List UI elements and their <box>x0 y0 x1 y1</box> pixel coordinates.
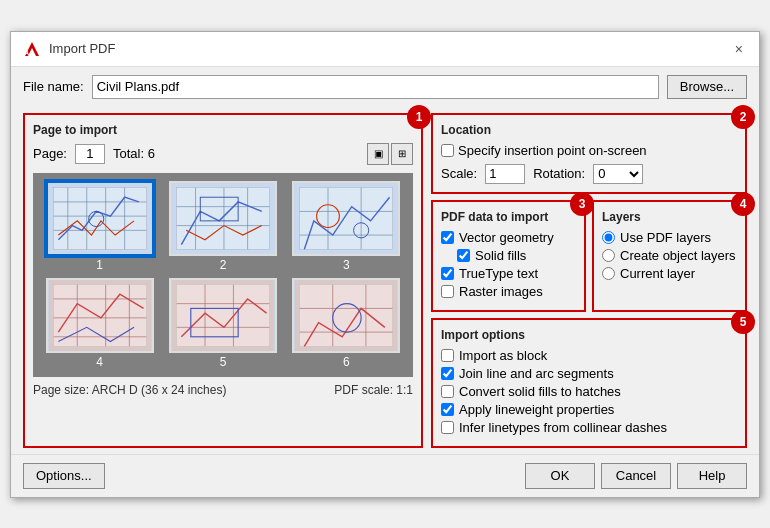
badge-1: 1 <box>407 105 431 129</box>
svg-rect-45 <box>300 284 393 346</box>
vector-geometry-checkbox[interactable] <box>441 231 454 244</box>
create-object-layers-row: Create object layers <box>602 248 737 263</box>
page-to-import-title: Page to import <box>33 123 413 137</box>
raster-images-label[interactable]: Raster images <box>459 284 543 299</box>
title-bar-left: A Import PDF <box>23 40 115 58</box>
use-pdf-layers-label[interactable]: Use PDF layers <box>620 230 711 245</box>
page-label: Page: <box>33 146 67 161</box>
total-label: Total: 6 <box>113 146 155 161</box>
current-layer-row: Current layer <box>602 266 737 281</box>
join-line-arc-label[interactable]: Join line and arc segments <box>459 366 614 381</box>
import-pdf-dialog: A Import PDF × File name: Browse... 1 Pa… <box>10 31 760 498</box>
svg-text:A: A <box>24 49 29 56</box>
use-pdf-layers-row: Use PDF layers <box>602 230 737 245</box>
layers-section: 4 Layers Use PDF layers Create object la… <box>592 200 747 312</box>
badge-4: 4 <box>731 192 755 216</box>
browse-button[interactable]: Browse... <box>667 75 747 99</box>
file-row: File name: Browse... <box>11 67 759 107</box>
convert-solid-fills-checkbox[interactable] <box>441 385 454 398</box>
thumbnail-label-2: 2 <box>220 258 227 272</box>
thumbnail-label-3: 3 <box>343 258 350 272</box>
specify-label[interactable]: Specify insertion point on-screen <box>458 143 647 158</box>
location-title: Location <box>441 123 737 137</box>
thumbnail-label-4: 4 <box>96 355 103 369</box>
thumbnail-img-3 <box>292 181 400 256</box>
rotation-select[interactable]: 0 90 180 270 <box>593 164 643 184</box>
raster-images-checkbox[interactable] <box>441 285 454 298</box>
apply-lineweight-label[interactable]: Apply lineweight properties <box>459 402 614 417</box>
thumbnail-label-1: 1 <box>96 258 103 272</box>
cancel-button[interactable]: Cancel <box>601 463 671 489</box>
solid-fills-label[interactable]: Solid fills <box>475 248 526 263</box>
scale-label: Scale: <box>441 166 477 181</box>
create-object-layers-radio[interactable] <box>602 249 615 262</box>
specify-checkbox[interactable] <box>441 144 454 157</box>
import-as-block-label[interactable]: Import as block <box>459 348 547 363</box>
thumbnail-3[interactable]: 3 <box>288 181 405 272</box>
solid-fills-row: Solid fills <box>457 248 576 263</box>
thumbnail-img-6 <box>292 278 400 353</box>
grid-view-button[interactable]: ⊞ <box>391 143 413 165</box>
single-view-button[interactable]: ▣ <box>367 143 389 165</box>
vector-geometry-label[interactable]: Vector geometry <box>459 230 554 245</box>
pdf-scale-label: PDF scale: 1:1 <box>334 383 413 397</box>
scale-rotation-row: Scale: Rotation: 0 90 180 270 <box>441 164 737 184</box>
scale-input[interactable] <box>485 164 525 184</box>
thumbnail-2[interactable]: 2 <box>164 181 281 272</box>
dialog-title: Import PDF <box>49 41 115 56</box>
vector-geometry-row: Vector geometry <box>441 230 576 245</box>
import-as-block-row: Import as block <box>441 348 737 363</box>
thumbnail-label-5: 5 <box>220 355 227 369</box>
thumbnail-1[interactable]: 1 <box>41 181 158 272</box>
truetype-row: TrueType text <box>441 266 576 281</box>
file-name-input[interactable] <box>92 75 659 99</box>
join-line-arc-row: Join line and arc segments <box>441 366 737 381</box>
use-pdf-layers-radio[interactable] <box>602 231 615 244</box>
page-number-input[interactable] <box>75 144 105 164</box>
thumbnail-6[interactable]: 6 <box>288 278 405 369</box>
autocad-icon: A <box>23 40 41 58</box>
truetype-checkbox[interactable] <box>441 267 454 280</box>
page-size-row: Page size: ARCH D (36 x 24 inches) PDF s… <box>33 383 413 397</box>
thumbnail-5[interactable]: 5 <box>164 278 281 369</box>
thumbnail-label-6: 6 <box>343 355 350 369</box>
pdf-layers-row: 3 PDF data to import Vector geometry Sol… <box>431 200 747 312</box>
thumbnail-grid: 1 <box>33 173 413 377</box>
title-bar: A Import PDF × <box>11 32 759 67</box>
infer-linetypes-row: Infer linetypes from collinear dashes <box>441 420 737 435</box>
page-to-import-panel: 1 Page to import Page: Total: 6 ▣ ⊞ <box>23 113 423 448</box>
truetype-label[interactable]: TrueType text <box>459 266 538 281</box>
thumbnail-img-1 <box>46 181 154 256</box>
create-object-layers-label[interactable]: Create object layers <box>620 248 736 263</box>
svg-rect-22 <box>300 187 393 249</box>
main-content: 1 Page to import Page: Total: 6 ▣ ⊞ <box>11 107 759 454</box>
options-button[interactable]: Options... <box>23 463 105 489</box>
badge-5: 5 <box>731 310 755 334</box>
page-size-label: Page size: ARCH D (36 x 24 inches) <box>33 383 226 397</box>
file-name-label: File name: <box>23 79 84 94</box>
rotation-label: Rotation: <box>533 166 585 181</box>
convert-solid-fills-label[interactable]: Convert solid fills to hatches <box>459 384 621 399</box>
join-line-arc-checkbox[interactable] <box>441 367 454 380</box>
thumbnail-img-5 <box>169 278 277 353</box>
layers-title: Layers <box>602 210 737 224</box>
import-as-block-checkbox[interactable] <box>441 349 454 362</box>
current-layer-radio[interactable] <box>602 267 615 280</box>
help-button[interactable]: Help <box>677 463 747 489</box>
pdf-data-section: 3 PDF data to import Vector geometry Sol… <box>431 200 586 312</box>
bottom-buttons: Options... OK Cancel Help <box>11 454 759 497</box>
solid-fills-checkbox[interactable] <box>457 249 470 262</box>
thumbnail-img-2 <box>169 181 277 256</box>
raster-images-row: Raster images <box>441 284 576 299</box>
pdf-data-title: PDF data to import <box>441 210 576 224</box>
ok-button[interactable]: OK <box>525 463 595 489</box>
thumbnail-4[interactable]: 4 <box>41 278 158 369</box>
current-layer-label[interactable]: Current layer <box>620 266 695 281</box>
infer-linetypes-label[interactable]: Infer linetypes from collinear dashes <box>459 420 667 435</box>
badge-3: 3 <box>570 192 594 216</box>
import-options-section: 5 Import options Import as block Join li… <box>431 318 747 448</box>
page-controls: Page: Total: 6 ▣ ⊞ <box>33 143 413 165</box>
close-button[interactable]: × <box>731 41 747 57</box>
apply-lineweight-checkbox[interactable] <box>441 403 454 416</box>
infer-linetypes-checkbox[interactable] <box>441 421 454 434</box>
